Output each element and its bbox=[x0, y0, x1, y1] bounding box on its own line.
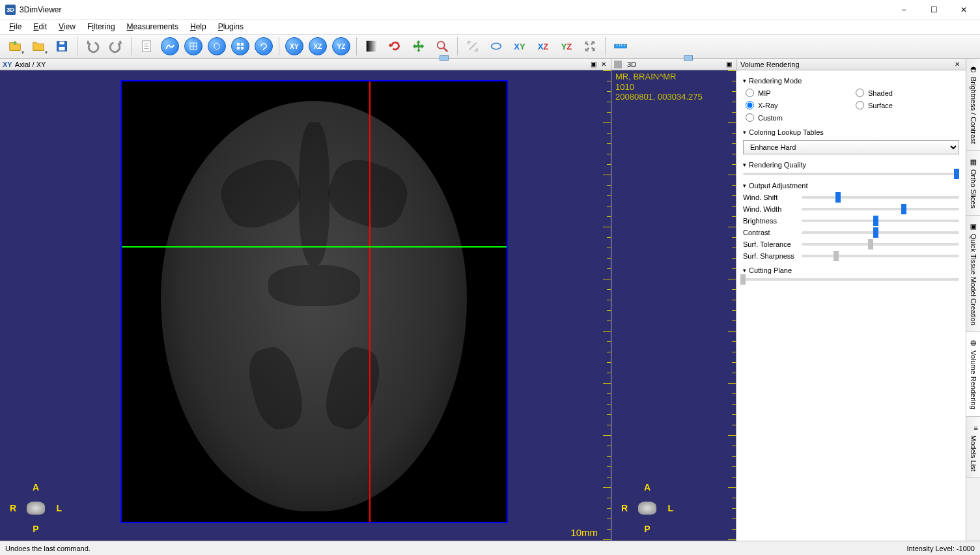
xy-text-button[interactable]: XY bbox=[509, 35, 531, 57]
head-icon bbox=[27, 502, 45, 515]
side-tab-ortho-slices[interactable]: ▦Ortho Slices bbox=[966, 151, 980, 216]
menu-measurements[interactable]: Measurements bbox=[122, 21, 184, 33]
axial-slice-slider[interactable] bbox=[0, 55, 611, 62]
slider-contrast[interactable] bbox=[802, 231, 959, 234]
status-right: Intensity Level: -1000 bbox=[906, 545, 975, 552]
side-tab-volume-rendering[interactable]: ◍Volume Rendering bbox=[966, 332, 980, 417]
quality-header[interactable]: Rendering Quality bbox=[743, 161, 959, 169]
crosshair-vertical[interactable] bbox=[369, 81, 371, 522]
maximize-button[interactable]: ☐ bbox=[919, 0, 949, 20]
cutting-slider[interactable] bbox=[743, 278, 959, 281]
side-tab-brightness-contrast[interactable]: ◐Brightness / Contrast bbox=[966, 59, 980, 151]
quality-slider[interactable] bbox=[743, 173, 959, 175]
cutting-header[interactable]: Cutting Plane bbox=[743, 266, 959, 274]
head-icon bbox=[638, 502, 656, 515]
render-mode-shaded[interactable]: Shaded bbox=[856, 89, 959, 97]
coloring-header[interactable]: Coloring Lookup Tables bbox=[743, 128, 959, 136]
quality-section: Rendering Quality bbox=[743, 161, 959, 175]
axial-viewport[interactable]: A P R L 10mm bbox=[0, 70, 611, 541]
lasso-button[interactable] bbox=[253, 35, 275, 57]
menu-help[interactable]: Help bbox=[185, 21, 212, 33]
cut-button[interactable] bbox=[462, 35, 484, 57]
ruler-3d bbox=[726, 70, 736, 541]
menu-filtering[interactable]: Filtering bbox=[82, 21, 120, 33]
output-section: Output Adjustment Wind. ShiftWind. Width… bbox=[743, 182, 959, 260]
undo-button[interactable] bbox=[81, 35, 104, 57]
head-button[interactable] bbox=[206, 35, 228, 57]
rotate-view-button[interactable] bbox=[485, 35, 507, 57]
move-button[interactable] bbox=[408, 35, 430, 57]
svg-point-16 bbox=[438, 42, 445, 49]
rendering-mode-section: Rendering Mode MIPShadedX-RaySurfaceCust… bbox=[743, 77, 959, 122]
titlebar: 3D 3DimViewer − ☐ ✕ bbox=[0, 0, 980, 20]
slider-brightness[interactable] bbox=[802, 220, 959, 222]
side-tab-quick-tissue-model-creation[interactable]: ▣Quick Tissue Model Creation bbox=[966, 216, 980, 333]
panel-close-icon[interactable]: ✕ bbox=[953, 60, 962, 69]
open-file-button[interactable] bbox=[4, 35, 26, 57]
panel-title: Volume Rendering bbox=[740, 61, 800, 68]
slider-surf-tolerance[interactable] bbox=[802, 243, 959, 246]
side-tab-models-list[interactable]: ≡Models List bbox=[966, 417, 980, 479]
gradient-button[interactable] bbox=[361, 35, 383, 57]
close-button[interactable]: ✕ bbox=[949, 0, 979, 20]
svg-rect-19 bbox=[615, 44, 626, 48]
coloring-select[interactable]: Enhance Hard bbox=[743, 140, 959, 154]
doc-button[interactable] bbox=[135, 35, 158, 57]
orientation-widget-axial: A P R L bbox=[10, 482, 62, 534]
ruler-tool-button[interactable] bbox=[609, 35, 632, 57]
grid-button[interactable] bbox=[229, 35, 251, 57]
slider-label: Brightness bbox=[743, 217, 802, 225]
reload-button[interactable] bbox=[384, 35, 406, 57]
svg-line-17 bbox=[444, 48, 448, 52]
menubar: File Edit View Filtering Measurements He… bbox=[0, 20, 980, 34]
statusbar: Undoes the last command. Intensity Level… bbox=[0, 541, 980, 555]
svg-point-10 bbox=[214, 43, 219, 50]
threed-slice-slider[interactable] bbox=[611, 55, 736, 62]
save-button[interactable] bbox=[51, 35, 73, 57]
tab-icon: ▦ bbox=[969, 158, 978, 167]
expand-button[interactable] bbox=[579, 35, 601, 57]
slider-surf-sharpness[interactable] bbox=[802, 255, 959, 257]
svg-rect-1 bbox=[59, 42, 64, 45]
threed-view-header: 3D ▣ bbox=[611, 59, 736, 70]
tab-icon: ▣ bbox=[969, 222, 978, 231]
xy-plane-button[interactable]: XY bbox=[283, 35, 305, 57]
output-header[interactable]: Output Adjustment bbox=[743, 182, 959, 190]
open-folder-button[interactable] bbox=[27, 35, 49, 57]
menu-edit[interactable]: Edit bbox=[28, 21, 52, 33]
crosshair-horizontal[interactable] bbox=[122, 246, 507, 248]
yz-plane-button[interactable]: YZ bbox=[330, 35, 352, 57]
tab-icon: ◐ bbox=[969, 65, 978, 74]
zoom-button[interactable] bbox=[431, 35, 453, 57]
menu-view[interactable]: View bbox=[53, 21, 81, 33]
ruler bbox=[601, 70, 611, 541]
xz-text-button[interactable]: XZ bbox=[532, 35, 554, 57]
slices-button[interactable] bbox=[182, 35, 204, 57]
status-left: Undoes the last command. bbox=[5, 545, 91, 552]
yz-text-button[interactable]: YZ bbox=[555, 35, 578, 57]
minimize-button[interactable]: − bbox=[889, 0, 919, 20]
side-tabs: ◐Brightness / Contrast▦Ortho Slices▣Quic… bbox=[966, 59, 980, 541]
slider-wind-width[interactable] bbox=[802, 208, 959, 210]
redo-button[interactable] bbox=[105, 35, 127, 57]
xz-plane-button[interactable]: XZ bbox=[307, 35, 329, 57]
svg-rect-2 bbox=[59, 47, 64, 51]
render-mode-mip[interactable]: MIP bbox=[746, 89, 849, 97]
app-icon: 3D bbox=[5, 5, 16, 15]
density-button[interactable] bbox=[159, 35, 181, 57]
render-mode-x-ray[interactable]: X-Ray bbox=[746, 101, 849, 109]
render-mode-custom[interactable]: Custom bbox=[746, 113, 849, 122]
threed-view-pane: 3D ▣ MR, BRAIN^MR 1010 20080801, 003034.… bbox=[611, 59, 736, 541]
slider-wind-shift[interactable] bbox=[802, 196, 959, 199]
app-title: 3DimViewer bbox=[20, 5, 61, 14]
menu-plugins[interactable]: Plugins bbox=[213, 21, 249, 33]
render-mode-surface[interactable]: Surface bbox=[856, 101, 959, 109]
axial-view-pane: XY Axial / XY ▣ ✕ bbox=[0, 59, 611, 541]
menu-file[interactable]: File bbox=[4, 21, 27, 33]
threed-viewport[interactable]: MR, BRAIN^MR 1010 20080801, 003034.275 A… bbox=[611, 70, 736, 541]
tab-icon: ≡ bbox=[969, 423, 978, 433]
workspace: XY Axial / XY ▣ ✕ bbox=[0, 59, 980, 541]
rendering-mode-header[interactable]: Rendering Mode bbox=[743, 77, 959, 85]
scan-image-box bbox=[120, 80, 508, 523]
svg-point-18 bbox=[492, 43, 501, 49]
